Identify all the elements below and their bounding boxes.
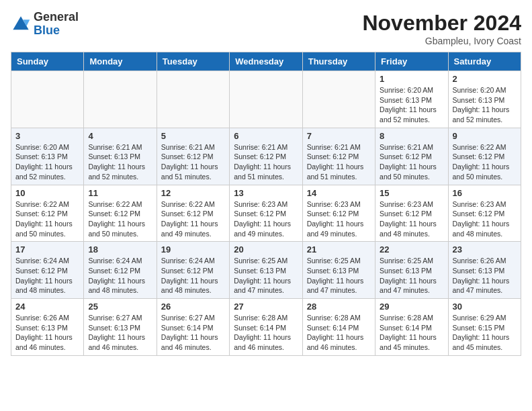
day-info: Sunrise: 6:21 AM Sunset: 6:13 PM Dayligh…	[88, 142, 152, 182]
calendar-week-row: 10Sunrise: 6:22 AM Sunset: 6:12 PM Dayli…	[11, 185, 521, 242]
calendar-week-row: 1Sunrise: 6:20 AM Sunset: 6:13 PM Daylig…	[11, 71, 521, 128]
logo-general-text: General	[34, 10, 79, 24]
day-info: Sunrise: 6:25 AM Sunset: 6:13 PM Dayligh…	[380, 256, 443, 295]
calendar-day-cell: 6Sunrise: 6:21 AM Sunset: 6:12 PM Daylig…	[230, 128, 302, 185]
day-info: Sunrise: 6:24 AM Sunset: 6:12 PM Dayligh…	[88, 256, 152, 295]
weekday-header-cell: Wednesday	[230, 52, 302, 71]
weekday-header-cell: Saturday	[448, 52, 521, 71]
calendar-week-row: 17Sunrise: 6:24 AM Sunset: 6:12 PM Dayli…	[11, 242, 521, 299]
location-subtitle: Gbampleu, Ivory Coast	[362, 36, 521, 46]
calendar-day-cell: 2Sunrise: 6:20 AM Sunset: 6:13 PM Daylig…	[448, 71, 521, 128]
day-number: 1	[380, 74, 443, 84]
calendar-day-cell: 18Sunrise: 6:24 AM Sunset: 6:12 PM Dayli…	[84, 242, 157, 299]
calendar-day-cell: 1Sunrise: 6:20 AM Sunset: 6:13 PM Daylig…	[375, 71, 448, 128]
day-number: 23	[453, 244, 517, 255]
day-number: 2	[453, 74, 517, 84]
title-section: November 2024 Gbampleu, Ivory Coast	[362, 11, 521, 46]
day-number: 8	[380, 131, 443, 141]
calendar-day-cell: 28Sunrise: 6:28 AM Sunset: 6:14 PM Dayli…	[302, 299, 375, 356]
calendar-day-cell: 20Sunrise: 6:25 AM Sunset: 6:13 PM Dayli…	[230, 242, 302, 299]
day-info: Sunrise: 6:21 AM Sunset: 6:12 PM Dayligh…	[307, 142, 371, 182]
day-number: 7	[307, 131, 371, 141]
day-info: Sunrise: 6:28 AM Sunset: 6:14 PM Dayligh…	[234, 313, 298, 353]
calendar-day-cell: 22Sunrise: 6:25 AM Sunset: 6:13 PM Dayli…	[375, 242, 448, 299]
calendar-day-cell	[157, 71, 229, 128]
day-info: Sunrise: 6:24 AM Sunset: 6:12 PM Dayligh…	[15, 256, 79, 295]
day-number: 27	[234, 302, 298, 312]
calendar-week-row: 24Sunrise: 6:26 AM Sunset: 6:13 PM Dayli…	[11, 299, 521, 356]
calendar-day-cell: 14Sunrise: 6:23 AM Sunset: 6:12 PM Dayli…	[302, 185, 375, 242]
day-info: Sunrise: 6:29 AM Sunset: 6:15 PM Dayligh…	[453, 313, 517, 353]
day-info: Sunrise: 6:22 AM Sunset: 6:12 PM Dayligh…	[453, 142, 517, 182]
day-info: Sunrise: 6:23 AM Sunset: 6:12 PM Dayligh…	[307, 199, 371, 239]
weekday-header-cell: Friday	[375, 52, 448, 71]
day-number: 25	[88, 302, 152, 312]
calendar-day-cell: 19Sunrise: 6:24 AM Sunset: 6:12 PM Dayli…	[157, 242, 229, 299]
weekday-header-cell: Thursday	[302, 52, 375, 71]
calendar-day-cell: 3Sunrise: 6:20 AM Sunset: 6:13 PM Daylig…	[11, 128, 84, 185]
day-info: Sunrise: 6:27 AM Sunset: 6:14 PM Dayligh…	[161, 313, 225, 353]
weekday-header-cell: Tuesday	[157, 52, 229, 71]
calendar-day-cell: 9Sunrise: 6:22 AM Sunset: 6:12 PM Daylig…	[448, 128, 521, 185]
logo: General Blue	[11, 11, 79, 38]
calendar-day-cell: 13Sunrise: 6:23 AM Sunset: 6:12 PM Dayli…	[230, 185, 302, 242]
day-info: Sunrise: 6:22 AM Sunset: 6:12 PM Dayligh…	[88, 199, 152, 239]
day-number: 29	[380, 302, 443, 312]
day-number: 11	[88, 188, 152, 198]
day-number: 28	[307, 302, 371, 312]
calendar-day-cell: 29Sunrise: 6:28 AM Sunset: 6:14 PM Dayli…	[375, 299, 448, 356]
day-info: Sunrise: 6:23 AM Sunset: 6:12 PM Dayligh…	[453, 199, 517, 239]
day-info: Sunrise: 6:20 AM Sunset: 6:13 PM Dayligh…	[15, 142, 79, 182]
calendar-day-cell: 17Sunrise: 6:24 AM Sunset: 6:12 PM Dayli…	[11, 242, 84, 299]
calendar-day-cell	[84, 71, 157, 128]
day-info: Sunrise: 6:25 AM Sunset: 6:13 PM Dayligh…	[234, 256, 298, 295]
calendar-day-cell: 25Sunrise: 6:27 AM Sunset: 6:13 PM Dayli…	[84, 299, 157, 356]
day-info: Sunrise: 6:21 AM Sunset: 6:12 PM Dayligh…	[380, 142, 443, 182]
day-number: 15	[380, 188, 443, 198]
weekday-header-cell: Sunday	[11, 52, 84, 71]
day-number: 14	[307, 188, 371, 198]
day-number: 19	[161, 244, 225, 255]
calendar-day-cell: 23Sunrise: 6:26 AM Sunset: 6:13 PM Dayli…	[448, 242, 521, 299]
day-number: 16	[453, 188, 517, 198]
logo-icon	[11, 14, 31, 34]
logo-blue-text: Blue	[34, 24, 60, 37]
calendar-day-cell: 21Sunrise: 6:25 AM Sunset: 6:13 PM Dayli…	[302, 242, 375, 299]
day-info: Sunrise: 6:27 AM Sunset: 6:13 PM Dayligh…	[88, 313, 152, 353]
day-number: 21	[307, 244, 371, 255]
day-info: Sunrise: 6:24 AM Sunset: 6:12 PM Dayligh…	[161, 256, 225, 295]
day-number: 20	[234, 244, 298, 255]
day-number: 22	[380, 244, 443, 255]
day-number: 30	[453, 302, 517, 312]
day-number: 5	[161, 131, 225, 141]
weekday-header-row: SundayMondayTuesdayWednesdayThursdayFrid…	[11, 52, 521, 71]
day-info: Sunrise: 6:20 AM Sunset: 6:13 PM Dayligh…	[453, 85, 517, 125]
day-info: Sunrise: 6:28 AM Sunset: 6:14 PM Dayligh…	[380, 313, 443, 353]
month-year-title: November 2024	[362, 11, 521, 36]
day-info: Sunrise: 6:21 AM Sunset: 6:12 PM Dayligh…	[234, 142, 298, 182]
calendar-day-cell: 7Sunrise: 6:21 AM Sunset: 6:12 PM Daylig…	[302, 128, 375, 185]
calendar-table: SundayMondayTuesdayWednesdayThursdayFrid…	[11, 52, 521, 356]
page-header: General Blue November 2024 Gbampleu, Ivo…	[11, 11, 521, 46]
day-info: Sunrise: 6:28 AM Sunset: 6:14 PM Dayligh…	[307, 313, 371, 353]
day-info: Sunrise: 6:21 AM Sunset: 6:12 PM Dayligh…	[161, 142, 225, 182]
calendar-day-cell	[302, 71, 375, 128]
day-number: 18	[88, 244, 152, 255]
day-number: 13	[234, 188, 298, 198]
day-number: 6	[234, 131, 298, 141]
day-info: Sunrise: 6:26 AM Sunset: 6:13 PM Dayligh…	[15, 313, 79, 353]
day-info: Sunrise: 6:22 AM Sunset: 6:12 PM Dayligh…	[161, 199, 225, 239]
day-number: 24	[15, 302, 79, 312]
calendar-day-cell: 30Sunrise: 6:29 AM Sunset: 6:15 PM Dayli…	[448, 299, 521, 356]
day-number: 26	[161, 302, 225, 312]
calendar-day-cell: 10Sunrise: 6:22 AM Sunset: 6:12 PM Dayli…	[11, 185, 84, 242]
day-number: 4	[88, 131, 152, 141]
day-number: 9	[453, 131, 517, 141]
day-info: Sunrise: 6:20 AM Sunset: 6:13 PM Dayligh…	[380, 85, 443, 125]
weekday-header-cell: Monday	[84, 52, 157, 71]
calendar-week-row: 3Sunrise: 6:20 AM Sunset: 6:13 PM Daylig…	[11, 128, 521, 185]
day-info: Sunrise: 6:23 AM Sunset: 6:12 PM Dayligh…	[234, 199, 298, 239]
day-info: Sunrise: 6:23 AM Sunset: 6:12 PM Dayligh…	[380, 199, 443, 239]
calendar-day-cell	[230, 71, 302, 128]
calendar-day-cell: 4Sunrise: 6:21 AM Sunset: 6:13 PM Daylig…	[84, 128, 157, 185]
